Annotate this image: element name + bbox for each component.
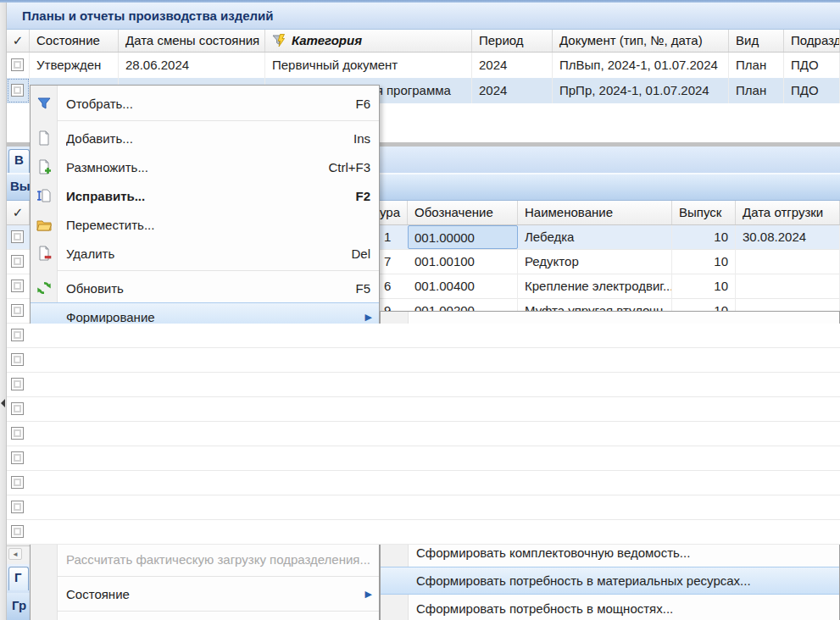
products-column-3[interactable]: Дата отгрузки [736, 201, 840, 224]
cell-doc: ПрПр, 2024-1, 01.07.2024 [553, 78, 729, 103]
menu-item-potrebnost-materialnye-resursy[interactable]: Сформировать потребность в материальных … [381, 567, 839, 595]
collapse-left-icon[interactable] [1, 399, 5, 407]
products-table-row[interactable] [7, 520, 840, 545]
horizontal-scrollbar[interactable]: ◄ [7, 545, 30, 561]
menu-item-otobrat[interactable]: Отобрать...F6 [31, 89, 379, 118]
check-column-icon: ✓ [13, 33, 24, 47]
products-table-row[interactable] [7, 348, 840, 373]
plans-column-6[interactable]: Подразд [784, 30, 840, 52]
row-checkbox[interactable] [11, 329, 24, 341]
menu-separator [31, 120, 379, 121]
tab-fragment-top[interactable]: В [8, 149, 30, 173]
menu-separator [31, 270, 379, 271]
products-column-check[interactable]: ✓ [7, 201, 30, 224]
row-checkbox[interactable] [11, 402, 24, 415]
plans-column-2[interactable]: Категория [265, 30, 472, 52]
cell-ship-date [736, 274, 840, 299]
menu-shortcut: F6 [355, 97, 370, 111]
products-table-row[interactable] [7, 422, 840, 446]
menu-shortcut: Ctrl+F3 [328, 160, 370, 174]
row-checkbox[interactable] [11, 451, 24, 464]
row-checkbox[interactable] [11, 525, 24, 538]
menu-item-peremestit[interactable]: Переместить... [31, 210, 379, 239]
menu-item-label: Сформировать потребность в материальных … [416, 573, 831, 588]
row-checkbox[interactable] [11, 255, 24, 268]
plans-column-3[interactable]: Период [472, 30, 553, 52]
row-checkbox[interactable] [11, 84, 24, 97]
row-checkbox[interactable] [11, 280, 24, 292]
menu-item-dobavit[interactable]: Добавить...Ins [31, 124, 379, 152]
row-check-cell[interactable] [7, 225, 30, 250]
tab-fragment-bottom[interactable]: Г [8, 567, 29, 590]
menu-item-fakticheskaya-zagruzka[interactable]: Рассчитать фактическую загрузку подразде… [31, 545, 379, 573]
cell-date: 28.06.2024 [119, 53, 265, 78]
row-checkbox[interactable] [11, 304, 24, 317]
cell-period: 2024 [472, 53, 553, 78]
products-table-row[interactable] [7, 471, 840, 495]
menu-item-potrebnost-moshchnosti[interactable]: Сформировать потребность в мощностях... [381, 595, 839, 620]
menu-item-label: Формирование [66, 310, 370, 324]
plans-column-check[interactable]: ✓ [7, 30, 30, 52]
plans-column-5[interactable]: Вид [729, 30, 784, 52]
menu-item-label: Размножить... [66, 160, 318, 174]
plans-column-4[interactable]: Документ (тип, №, дата) [553, 30, 729, 52]
menu-item-razmnozhit[interactable]: Размножить...Ctrl+F3 [31, 152, 379, 181]
menu-item-ispravit[interactable]: Исправить...F2 [31, 181, 379, 210]
menu-separator [31, 576, 379, 577]
row-checkbox[interactable] [11, 427, 24, 440]
products-column-0[interactable]: Обозначение [408, 201, 518, 224]
cell-dept: ПДО [784, 78, 840, 103]
vertical-splitter[interactable] [0, 3, 7, 620]
products-column-2[interactable]: Выпуск [672, 201, 736, 224]
menu-shortcut: F5 [355, 281, 370, 296]
row-check-cell[interactable] [7, 53, 30, 78]
row-check-cell[interactable] [7, 78, 30, 103]
cell-state: Утвержден [30, 53, 119, 78]
row-check-cell[interactable] [7, 274, 30, 299]
row-checkbox[interactable] [11, 58, 24, 71]
menu-item-label: Переместить... [66, 218, 370, 232]
menu-item-obnovit[interactable]: ОбновитьF5 [31, 274, 379, 302]
cell-period: 2024 [472, 78, 553, 103]
duplicate-document-icon [36, 159, 52, 174]
menu-item-sostoyanie[interactable]: Состояние▶ [31, 579, 379, 608]
scroll-left-icon[interactable]: ◄ [8, 548, 22, 560]
menu-item-label: Сформировать комплектовочную ведомость..… [416, 545, 831, 560]
panel-title: Планы и отчеты производства изделий [7, 3, 840, 30]
check-column-icon: ✓ [13, 205, 24, 219]
cell-fragment: 7 [380, 250, 408, 274]
focused-cell-code[interactable]: 001.00000 [408, 225, 518, 249]
submenu-arrow-icon: ▶ [365, 312, 372, 323]
row-checkbox[interactable] [11, 378, 24, 390]
plans-table-row[interactable]: Утвержден28.06.2024Первичный документ202… [7, 53, 840, 78]
row-checkbox[interactable] [11, 476, 24, 489]
cell-name: Редуктор [518, 250, 672, 274]
plans-table-header: ✓СостояниеДата смены состоянияКатегорияП… [7, 30, 840, 53]
menu-shortcut: Del [351, 246, 370, 261]
cell-fragment: 1 [380, 225, 408, 250]
plans-column-1[interactable]: Дата смены состояния [119, 30, 265, 52]
cell-qty: 10 [672, 274, 736, 299]
products-table-row[interactable] [7, 324, 840, 348]
cell-fragment: 6 [380, 274, 408, 299]
cell-code: 001.00100 [408, 250, 518, 274]
products-table-row[interactable] [7, 373, 840, 397]
plans-column-0[interactable]: Состояние [30, 30, 119, 52]
products-table-row[interactable] [7, 495, 840, 520]
row-checkbox[interactable] [11, 353, 24, 366]
cell-code: 001.00400 [408, 274, 518, 299]
row-checkbox[interactable] [11, 230, 24, 243]
cell-doc: ПлВып, 2024-1, 01.07.2024 [553, 53, 729, 78]
menu-item-label: Удалить [66, 246, 341, 261]
menu-item-label: Рассчитать фактическую загрузку подразде… [66, 552, 370, 567]
menu-item-udalit[interactable]: УдалитьDel [31, 239, 379, 268]
products-column-1[interactable]: Наименование [518, 201, 672, 224]
row-check-cell[interactable] [7, 250, 30, 274]
products-table-row[interactable] [7, 397, 840, 422]
row-checkbox[interactable] [11, 501, 24, 513]
products-table-row[interactable] [7, 446, 840, 471]
submenu-arrow-icon: ▶ [365, 589, 372, 600]
cell-kind: План [729, 53, 784, 78]
row-check-cell[interactable] [7, 299, 30, 324]
menu-shortcut: F2 [355, 189, 370, 203]
